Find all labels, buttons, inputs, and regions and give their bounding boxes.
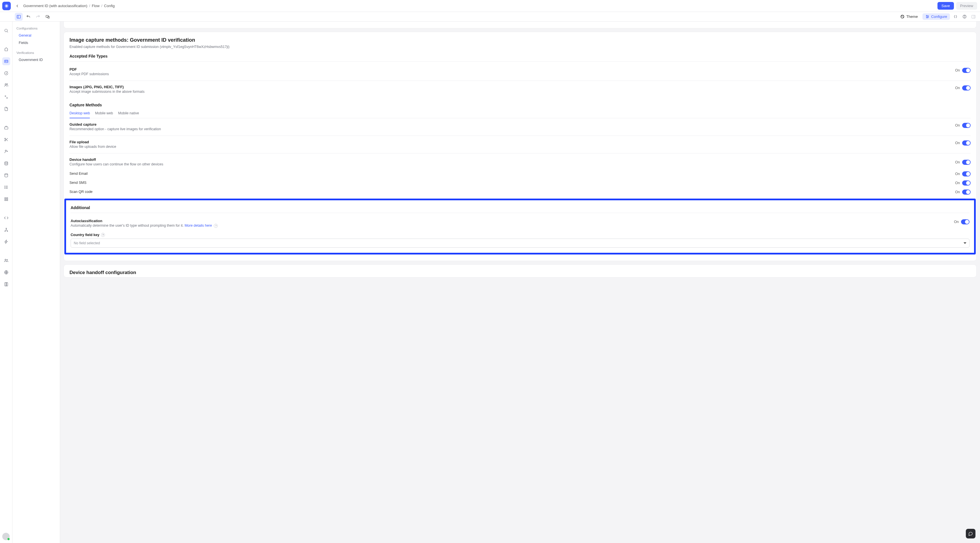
svg-point-19 (5, 138, 5, 139)
autoclass-more-details-link[interactable]: More details here (185, 224, 212, 228)
check-circle-icon[interactable] (2, 69, 10, 77)
settings-side-panel: Configurations General Fields Verificati… (13, 22, 60, 543)
pdf-toggle-state: On (955, 68, 960, 72)
pdf-desc: Accept PDF submissions (70, 72, 109, 76)
svg-point-5 (903, 16, 904, 16)
configure-button[interactable]: Configure (923, 13, 950, 20)
send-email-toggle[interactable] (962, 171, 970, 177)
id-card-icon[interactable] (2, 57, 10, 65)
country-field-key-select[interactable]: No field selected (71, 239, 969, 248)
left-panel-toggle-button[interactable] (15, 13, 23, 21)
database-icon[interactable] (2, 159, 10, 167)
upload-toggle[interactable] (962, 140, 970, 145)
svg-rect-27 (5, 198, 6, 199)
flow-icon[interactable] (2, 93, 10, 101)
device-preview-button[interactable] (44, 13, 52, 21)
preview-button: Preview (956, 2, 977, 10)
book-icon[interactable] (2, 280, 10, 288)
breadcrumb-flow[interactable]: Flow (92, 4, 100, 8)
previous-card-tail (64, 22, 977, 29)
breadcrumb-config[interactable]: Config (104, 4, 115, 8)
tab-mobile-web[interactable]: Mobile web (95, 109, 113, 118)
bolt-icon[interactable] (2, 238, 10, 246)
search-icon[interactable] (2, 27, 10, 35)
svg-point-22 (5, 162, 8, 163)
people-icon[interactable] (2, 256, 10, 264)
row-send-sms: Send SMS On (70, 178, 970, 187)
users-icon[interactable] (2, 81, 10, 89)
home-icon[interactable] (2, 45, 10, 53)
svg-point-33 (7, 231, 8, 231)
tab-mobile-native[interactable]: Mobile native (118, 109, 139, 118)
send-email-label: Send Email (70, 172, 88, 176)
svg-point-17 (6, 84, 7, 84)
country-field-key-placeholder: No field selected (74, 241, 100, 245)
chevron-down-icon (964, 242, 966, 244)
svg-point-26 (5, 188, 5, 188)
back-button[interactable] (13, 2, 22, 10)
configurations-heading: Configurations (16, 27, 57, 30)
globe-icon[interactable] (2, 268, 10, 276)
main-canvas: Image capture methods: Government ID ver… (60, 22, 980, 543)
right-panel-toggle-button[interactable] (970, 13, 977, 21)
upload-desc: Allow file uploads from device (70, 145, 116, 149)
database2-icon[interactable] (2, 171, 10, 179)
avatar[interactable] (2, 533, 10, 540)
svg-point-16 (5, 84, 6, 85)
autoclass-label: Autoclassification (71, 219, 218, 223)
svg-point-32 (5, 231, 5, 231)
scissors-icon[interactable] (2, 135, 10, 143)
guided-desc: Recommended option - capture live images… (70, 127, 161, 131)
upload-label: File upload (70, 140, 116, 144)
handoff-toggle[interactable] (962, 160, 970, 165)
additional-highlight-region: Additional Autoclassification Automatica… (64, 199, 976, 255)
svg-point-21 (5, 150, 6, 151)
save-button[interactable]: Save (937, 2, 954, 10)
svg-point-24 (5, 186, 5, 186)
scan-qr-toggle[interactable] (962, 189, 970, 194)
autoclass-toggle[interactable] (961, 219, 969, 225)
panel-item-government-id[interactable]: Government ID (16, 57, 57, 63)
guided-toggle[interactable] (962, 123, 970, 128)
panel-item-fields[interactable]: Fields (16, 40, 57, 46)
panel-item-general[interactable]: General (16, 32, 57, 38)
pdf-toggle[interactable] (962, 68, 970, 73)
list-icon[interactable] (2, 183, 10, 191)
briefcase-icon[interactable] (2, 124, 10, 132)
handoff-label: Device handoff (70, 158, 163, 162)
grid-icon[interactable] (2, 195, 10, 203)
code-icon[interactable] (2, 214, 10, 222)
guided-toggle-state: On (955, 123, 960, 127)
svg-point-6 (903, 17, 904, 18)
user-plus-icon[interactable] (2, 148, 10, 156)
tree-icon[interactable] (2, 226, 10, 234)
autoclass-help-icon[interactable]: ? (214, 224, 218, 228)
setting-guided-capture: Guided capture Recommended option - capt… (70, 118, 970, 136)
chat-fab-button[interactable] (966, 529, 975, 538)
svg-point-4 (902, 16, 902, 16)
send-sms-toggle[interactable] (962, 180, 970, 186)
accepted-file-types-heading: Accepted File Types (70, 54, 970, 59)
undo-button[interactable] (24, 13, 32, 21)
app-logo[interactable] (2, 2, 11, 10)
svg-rect-28 (6, 198, 8, 199)
send-sms-label: Send SMS (70, 181, 86, 185)
handoff-desc: Configure how users can continue the flo… (70, 162, 163, 166)
images-toggle[interactable] (962, 85, 970, 91)
document-icon[interactable] (2, 105, 10, 113)
help-button[interactable] (961, 13, 968, 21)
row-scan-qr: Scan QR code On (70, 187, 970, 196)
pdf-label: PDF (70, 67, 109, 72)
image-capture-title: Image capture methods: Government ID ver… (70, 37, 970, 43)
tab-desktop-web[interactable]: Desktop web (70, 109, 90, 118)
theme-button[interactable]: Theme (897, 13, 920, 20)
images-desc: Accept image submissions in the above fo… (70, 90, 145, 94)
breadcrumb-root[interactable]: Government ID (with autoclassification) (23, 4, 88, 8)
configure-label: Configure (931, 14, 947, 19)
keyboard-shortcuts-button[interactable] (951, 13, 959, 21)
images-label: Images (JPG, PNG, HEIC, TIFF) (70, 85, 145, 89)
setting-device-handoff: Device handoff Configure how users can c… (70, 153, 970, 197)
setting-pdf: PDF Accept PDF submissions On (70, 63, 970, 81)
row-send-email: Send Email On (70, 169, 970, 178)
country-field-help-icon[interactable]: ? (101, 233, 105, 237)
